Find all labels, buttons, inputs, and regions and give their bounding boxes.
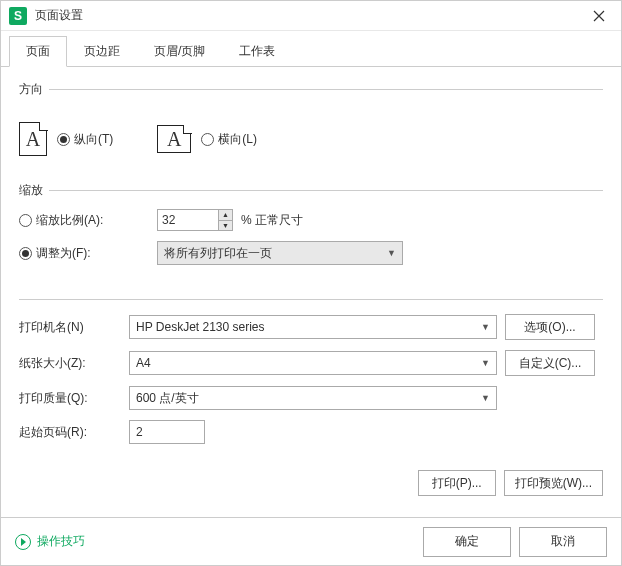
paper-size-value: A4 [136,356,151,370]
print-quality-value: 600 点/英寸 [136,390,199,407]
chevron-down-icon: ▼ [481,322,490,332]
chevron-down-icon: ▼ [387,248,396,258]
start-page-value: 2 [136,425,143,439]
print-button[interactable]: 打印(P)... [418,470,496,496]
radio-portrait[interactable]: 纵向(T) [57,131,113,148]
paper-custom-button[interactable]: 自定义(C)... [505,350,595,376]
tab-bar: 页面 页边距 页眉/页脚 工作表 [1,35,621,67]
group-scale-label: 缩放 [19,182,43,199]
scale-ratio-value: 32 [162,213,175,227]
print-quality-label: 打印质量(Q): [19,390,129,407]
titlebar: S 页面设置 [1,1,621,31]
radio-dot-icon [19,214,32,227]
printer-name-value: HP DeskJet 2130 series [136,320,265,334]
close-icon [593,10,605,22]
radio-dot-icon [201,133,214,146]
separator [19,299,603,300]
spinner-up-icon[interactable]: ▲ [219,210,232,221]
scale-fit-label: 调整为(F): [36,245,91,262]
chevron-down-icon: ▼ [481,393,490,403]
radio-scale-ratio[interactable]: 缩放比例(A): [19,212,129,229]
tips-link[interactable]: 操作技巧 [15,533,85,550]
print-quality-select[interactable]: 600 点/英寸 ▼ [129,386,497,410]
tips-label: 操作技巧 [37,533,85,550]
scale-ratio-label: 缩放比例(A): [36,212,103,229]
radio-landscape-label: 横向(L) [218,131,257,148]
start-page-label: 起始页码(R): [19,424,129,441]
footer: 操作技巧 确定 取消 [1,517,621,565]
window-title: 页面设置 [35,7,585,24]
portrait-icon: A [19,122,47,156]
group-scale: 缩放 [19,182,603,199]
radio-portrait-label: 纵向(T) [74,131,113,148]
play-circle-icon [15,534,31,550]
radio-dot-icon [19,247,32,260]
radio-landscape[interactable]: 横向(L) [201,131,257,148]
ok-button[interactable]: 确定 [423,527,511,557]
close-button[interactable] [585,2,613,30]
scale-fit-select[interactable]: 将所有列打印在一页 ▼ [157,241,403,265]
spinner-down-icon[interactable]: ▼ [219,221,232,231]
tab-worksheet[interactable]: 工作表 [222,36,292,67]
start-page-input[interactable]: 2 [129,420,205,444]
scale-ratio-suffix: % 正常尺寸 [241,212,303,229]
group-orientation-label: 方向 [19,81,43,98]
group-orientation: 方向 [19,81,603,98]
scale-ratio-spinner[interactable]: 32 ▲ ▼ [157,209,233,231]
printer-name-label: 打印机名(N) [19,319,129,336]
tab-page[interactable]: 页面 [9,36,67,67]
app-logo: S [9,7,27,25]
landscape-icon: A [157,125,191,153]
paper-size-label: 纸张大小(Z): [19,355,129,372]
paper-size-select[interactable]: A4 ▼ [129,351,497,375]
radio-dot-icon [57,133,70,146]
cancel-button[interactable]: 取消 [519,527,607,557]
radio-scale-fit[interactable]: 调整为(F): [19,245,129,262]
printer-options-button[interactable]: 选项(O)... [505,314,595,340]
print-preview-button[interactable]: 打印预览(W)... [504,470,603,496]
scale-fit-value: 将所有列打印在一页 [164,245,272,262]
printer-name-select[interactable]: HP DeskJet 2130 series ▼ [129,315,497,339]
tab-margins[interactable]: 页边距 [67,36,137,67]
tab-headerfooter[interactable]: 页眉/页脚 [137,36,222,67]
chevron-down-icon: ▼ [481,358,490,368]
